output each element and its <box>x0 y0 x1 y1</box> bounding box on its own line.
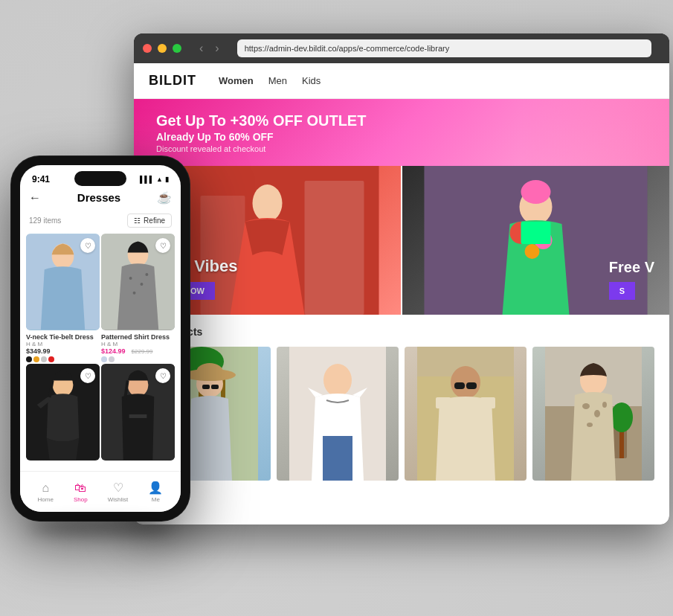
svg-point-37 <box>611 402 633 432</box>
site-nav: Women Men Kids <box>219 75 321 86</box>
color-dot-blue <box>101 356 107 362</box>
status-time: 9:41 <box>32 174 50 185</box>
wishlist-3[interactable]: ♡ <box>80 368 95 383</box>
me-icon: 👤 <box>148 481 163 495</box>
products-section: e Products <box>134 315 669 492</box>
svg-rect-1 <box>305 181 364 315</box>
back-button[interactable]: ← <box>29 191 41 205</box>
app-header: ← Dresses ☕ <box>20 187 181 211</box>
svg-rect-11 <box>521 222 551 244</box>
svg-rect-29 <box>466 382 477 389</box>
item-count: 129 items <box>29 216 61 225</box>
app-products-grid: ♡ V-neck Tie-belt Dress H & M $349.99 <box>20 234 181 461</box>
svg-point-49 <box>133 292 136 295</box>
battery-icon: ▮ <box>165 176 169 183</box>
color-dot-lilac <box>109 356 115 362</box>
product-1-price: $349.99 <box>26 347 100 355</box>
color-dot-orange <box>33 356 39 362</box>
bottom-nav: ⌂ Home 🛍 Shop ♡ Wishlist 👤 Me <box>20 471 181 512</box>
products-grid <box>149 347 654 481</box>
nav-home[interactable]: ⌂ Home <box>38 481 54 503</box>
product-2-old-price: $229.99 <box>132 348 153 355</box>
cart-icon[interactable]: ☕ <box>157 190 172 205</box>
phone-notch <box>74 171 126 186</box>
svg-point-50 <box>145 273 148 276</box>
app-product-4[interactable]: ♡ <box>101 364 175 461</box>
svg-rect-23 <box>323 436 352 481</box>
color-dot-gray <box>41 356 47 362</box>
filter-icon: ☷ <box>134 216 141 225</box>
product-2-name: Patterned Shirt Dress <box>101 333 175 341</box>
color-dot-red <box>48 356 54 362</box>
nav-men[interactable]: Men <box>268 75 287 86</box>
product-image-3 <box>405 347 527 481</box>
banner-text: Get Up To +30% OFF OUTLET Already Up To … <box>156 112 366 153</box>
browser-window: ‹ › https://admin-dev.bildit.co/apps/e-c… <box>134 33 669 524</box>
app-product-img-4: ♡ <box>101 364 175 461</box>
wishlist-label: Wishlist <box>108 496 129 503</box>
nav-kids[interactable]: Kids <box>302 75 321 86</box>
url-bar[interactable]: https://admin-dev.bildit.co/apps/e-comme… <box>237 39 651 57</box>
svg-point-41 <box>602 402 607 408</box>
me-label: Me <box>152 496 160 503</box>
product-1-name: V-neck Tie-belt Dress <box>26 333 100 341</box>
app-product-2[interactable]: ♡ Patterned Shirt Dress H & M $124.99 $2… <box>101 234 175 362</box>
svg-point-48 <box>140 283 143 286</box>
site-logo: BILDIT <box>149 73 196 89</box>
svg-point-47 <box>129 277 132 280</box>
filter-bar: 129 items ☷ Refine <box>20 211 181 234</box>
banner-subtitle: Already Up To 60% OFF <box>156 131 366 143</box>
products-section-title: e Products <box>149 326 654 338</box>
svg-point-39 <box>582 403 590 409</box>
svg-point-27 <box>451 366 480 399</box>
svg-point-40 <box>594 410 600 417</box>
website-content: BILDIT Women Men Kids Get Up To +30% OFF… <box>134 63 669 524</box>
svg-point-42 <box>587 423 593 427</box>
wishlist-2[interactable]: ♡ <box>155 238 170 253</box>
wishlist-4[interactable]: ♡ <box>155 368 170 383</box>
close-dot[interactable] <box>143 44 152 53</box>
svg-rect-19 <box>202 385 210 389</box>
maximize-dot[interactable] <box>173 44 181 53</box>
svg-point-18 <box>196 363 223 381</box>
app-title: Dresses <box>77 191 120 204</box>
signal-icon: ▌▌▌ <box>140 176 154 183</box>
nav-me[interactable]: 👤 Me <box>148 481 163 503</box>
wifi-icon: ▲ <box>156 176 163 183</box>
status-icons: ▌▌▌ ▲ ▮ <box>140 176 169 183</box>
color-dot-black <box>26 356 32 362</box>
free-title: Free V <box>609 259 654 276</box>
svg-rect-55 <box>129 414 147 418</box>
refine-label: Refine <box>144 216 165 225</box>
banner-small: Discount revealed at checkout <box>156 144 366 153</box>
product-thumb-3[interactable] <box>405 347 527 481</box>
minimize-dot[interactable] <box>158 44 167 53</box>
free-button[interactable]: S <box>609 282 635 300</box>
back-arrow[interactable]: ‹ <box>196 40 206 57</box>
app-product-1[interactable]: ♡ V-neck Tie-belt Dress H & M $349.99 <box>26 234 100 362</box>
wishlist-1[interactable]: ♡ <box>80 238 95 253</box>
refine-button[interactable]: ☷ Refine <box>127 214 172 228</box>
promo-row: Party Vibes SHOP NOW <box>134 166 669 315</box>
nav-shop[interactable]: 🛍 Shop <box>74 481 88 503</box>
url-text: https://admin-dev.bildit.co/apps/e-comme… <box>245 44 450 53</box>
product-1-colors <box>26 356 100 362</box>
nav-wishlist[interactable]: ♡ Wishlist <box>108 481 129 503</box>
nav-women[interactable]: Women <box>219 75 254 86</box>
app-product-img-3: ♡ <box>26 364 100 461</box>
forward-arrow[interactable]: › <box>212 40 222 57</box>
browser-nav: ‹ › <box>196 40 222 57</box>
product-thumb-2[interactable] <box>277 347 399 481</box>
product-2-brand: H & M <box>101 341 175 347</box>
svg-point-7 <box>521 180 551 204</box>
product-thumb-4[interactable] <box>532 347 654 481</box>
app-product-3[interactable]: ♡ <box>26 364 100 461</box>
home-icon: ⌂ <box>42 481 49 495</box>
product-image-4 <box>532 347 654 481</box>
product-1-brand: H & M <box>26 341 100 347</box>
promo-free[interactable]: Free V S <box>402 166 669 315</box>
svg-rect-31 <box>436 397 451 408</box>
promo-banner[interactable]: Get Up To +30% OFF OUTLET Already Up To … <box>134 99 669 166</box>
svg-rect-28 <box>454 382 465 389</box>
product-2-colors <box>101 356 175 362</box>
